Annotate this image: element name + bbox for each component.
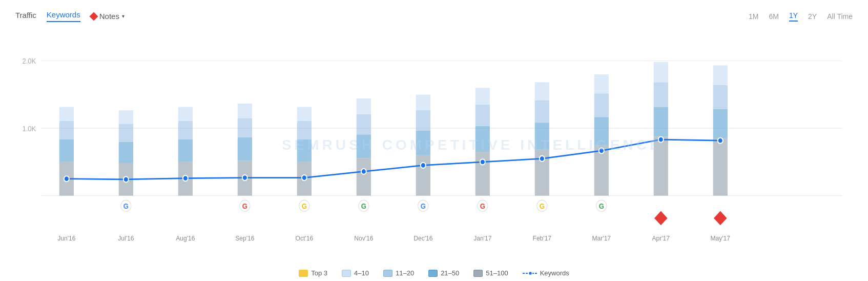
svg-rect-43 — [594, 93, 609, 117]
legend-4-10: 4–10 — [342, 269, 369, 277]
chart-container: Traffic Keywords Notes ▾ 1M 6M 1Y 2Y All… — [0, 0, 868, 281]
legend-4-10-label: 4–10 — [354, 269, 369, 277]
legend-top3-label: Top 3 — [311, 269, 327, 277]
notes-label: Notes — [99, 12, 119, 21]
chart-area: SEMRUSH COMPETITIVE INTELLIGENCE 2.0K 1.… — [15, 27, 853, 281]
svg-rect-36 — [476, 88, 490, 105]
svg-rect-16 — [178, 107, 193, 121]
svg-text:G: G — [540, 202, 545, 210]
svg-text:2.0K: 2.0K — [22, 57, 36, 66]
time-2y[interactable]: 2Y — [808, 12, 817, 21]
svg-text:Oct'16: Oct'16 — [296, 235, 314, 243]
svg-rect-7 — [59, 121, 74, 139]
svg-rect-18 — [238, 137, 252, 161]
legend-top3: Top 3 — [299, 269, 327, 277]
svg-point-56 — [242, 175, 247, 180]
svg-point-61 — [540, 156, 545, 162]
svg-text:Jun'16: Jun'16 — [57, 235, 75, 243]
main-chart-svg: 2.0K 1.0K — [15, 27, 853, 263]
svg-text:G: G — [123, 202, 129, 210]
legend-21-50: 21–50 — [428, 269, 459, 277]
svg-rect-44 — [594, 74, 609, 93]
legend-21-50-label: 21–50 — [441, 269, 459, 277]
svg-rect-19 — [238, 118, 252, 137]
legend-51-100-box — [473, 270, 483, 277]
svg-rect-10 — [119, 142, 133, 163]
svg-rect-46 — [654, 107, 668, 137]
nav-left: Traffic Keywords Notes ▾ — [15, 10, 125, 22]
nav-right: 1M 6M 1Y 2Y All Time — [749, 11, 853, 22]
svg-rect-20 — [238, 104, 252, 118]
svg-rect-82 — [714, 211, 727, 225]
svg-rect-8 — [59, 107, 74, 121]
svg-rect-6 — [59, 139, 74, 162]
svg-rect-32 — [416, 94, 430, 110]
svg-text:Sep'16: Sep'16 — [235, 235, 254, 243]
svg-text:Aug'16: Aug'16 — [176, 235, 195, 243]
svg-text:Dec'16: Dec'16 — [414, 235, 432, 243]
time-1y[interactable]: 1Y — [789, 11, 798, 22]
legend-11-20-box — [383, 270, 392, 277]
svg-rect-39 — [535, 100, 549, 123]
svg-point-64 — [718, 138, 723, 144]
svg-text:Apr'17: Apr'17 — [652, 235, 670, 243]
svg-point-59 — [421, 163, 426, 168]
svg-rect-81 — [654, 211, 668, 225]
svg-rect-31 — [416, 110, 430, 130]
svg-text:Jul'16: Jul'16 — [118, 235, 134, 243]
svg-rect-15 — [178, 121, 193, 139]
svg-rect-35 — [476, 105, 490, 126]
svg-rect-49 — [713, 138, 728, 196]
svg-rect-25 — [357, 158, 371, 195]
svg-point-62 — [599, 148, 604, 153]
svg-rect-51 — [713, 85, 728, 109]
legend-keywords: Keywords — [523, 269, 569, 277]
legend-51-100: 51–100 — [473, 269, 508, 277]
svg-rect-27 — [357, 114, 371, 134]
svg-rect-40 — [535, 82, 549, 100]
time-1m[interactable]: 1M — [749, 12, 758, 21]
notes-diamond-icon — [89, 12, 98, 21]
svg-text:Mar'17: Mar'17 — [592, 235, 611, 243]
svg-rect-14 — [178, 139, 193, 162]
legend-top3-box — [299, 270, 308, 277]
nav-traffic[interactable]: Traffic — [15, 11, 36, 22]
svg-rect-42 — [594, 117, 609, 145]
svg-text:Jan'17: Jan'17 — [473, 235, 491, 243]
legend-keywords-line-icon — [523, 270, 538, 277]
svg-point-60 — [480, 159, 485, 165]
legend-keywords-label: Keywords — [540, 269, 569, 277]
svg-rect-24 — [297, 107, 312, 121]
svg-rect-28 — [357, 98, 371, 114]
svg-text:G: G — [599, 202, 604, 210]
svg-text:G: G — [302, 202, 307, 210]
svg-rect-23 — [297, 121, 312, 139]
notes-chevron-icon: ▾ — [122, 13, 125, 19]
svg-rect-26 — [357, 134, 371, 158]
svg-point-96 — [528, 271, 532, 275]
svg-rect-48 — [654, 62, 668, 82]
legend-11-20: 11–20 — [383, 269, 414, 277]
svg-text:G: G — [480, 202, 485, 210]
legend-51-100-label: 51–100 — [486, 269, 508, 277]
svg-rect-11 — [119, 124, 133, 142]
legend-11-20-label: 11–20 — [396, 269, 414, 277]
time-alltime[interactable]: All Time — [827, 12, 853, 21]
svg-point-53 — [64, 176, 69, 182]
legend-21-50-box — [428, 270, 438, 277]
svg-text:G: G — [242, 202, 247, 210]
svg-rect-50 — [713, 109, 728, 138]
svg-text:Feb'17: Feb'17 — [532, 235, 551, 243]
svg-text:May'17: May'17 — [710, 235, 730, 243]
svg-point-57 — [302, 175, 307, 180]
nav-notes[interactable]: Notes ▾ — [91, 12, 125, 21]
svg-text:G: G — [421, 202, 426, 210]
svg-point-63 — [658, 137, 664, 143]
svg-rect-30 — [416, 131, 430, 155]
chart-svg-container: SEMRUSH COMPETITIVE INTELLIGENCE 2.0K 1.… — [15, 27, 853, 263]
chart-legend: Top 3 4–10 11–20 21–50 51–100 — [15, 263, 853, 281]
svg-point-58 — [361, 169, 366, 174]
nav-keywords[interactable]: Keywords — [47, 10, 80, 22]
svg-rect-38 — [535, 123, 549, 150]
time-6m[interactable]: 6M — [769, 12, 779, 21]
